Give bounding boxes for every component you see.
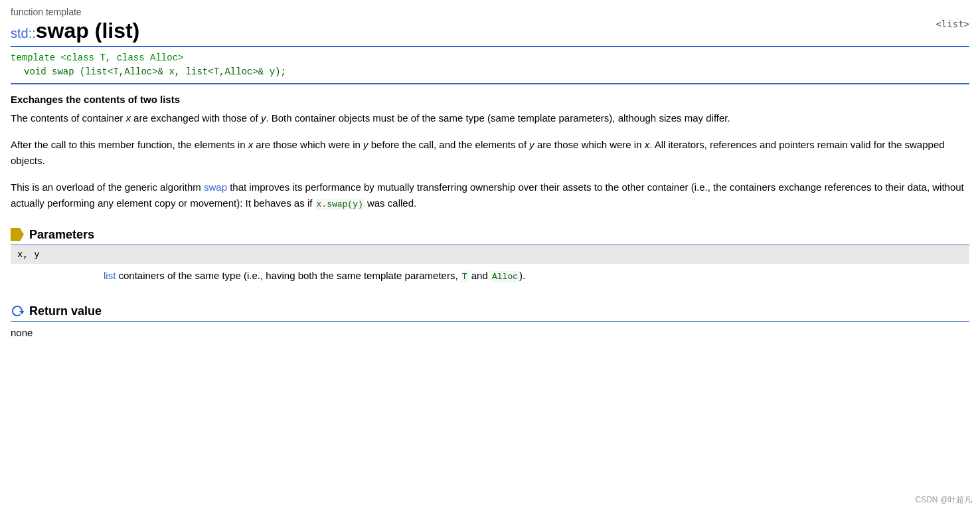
description-para-3: This is an overload of the generic algor… bbox=[11, 179, 969, 212]
table-row: list containers of the same type (i.e., … bbox=[11, 264, 969, 288]
code-keyword-1: template <class T, class Alloc> bbox=[11, 52, 183, 63]
page-title: std::swap (list) bbox=[11, 19, 139, 43]
params-section-title: Parameters bbox=[29, 228, 94, 242]
code-block: template <class T, class Alloc> void swa… bbox=[11, 46, 969, 84]
list-link[interactable]: <list> bbox=[936, 19, 969, 29]
code-line-1: template <class T, class Alloc> bbox=[11, 51, 969, 65]
swap-code-inline: x.swap(y) bbox=[315, 199, 365, 210]
param-code-T: T bbox=[461, 271, 469, 282]
table-row: x, y bbox=[11, 245, 969, 264]
return-value: none bbox=[11, 327, 969, 338]
function-label: function template bbox=[11, 7, 969, 17]
return-icon bbox=[11, 304, 24, 318]
param-desc-empty bbox=[11, 264, 64, 288]
list-param-link[interactable]: list bbox=[104, 270, 116, 281]
return-section: Return value none bbox=[11, 304, 969, 338]
params-icon bbox=[11, 228, 24, 241]
param-name: x, y bbox=[11, 245, 64, 264]
return-section-title: Return value bbox=[29, 304, 102, 318]
param-code-Alloc: Alloc bbox=[491, 271, 519, 282]
swap-link[interactable]: swap bbox=[204, 181, 227, 193]
page-header: std::swap (list) <list> bbox=[11, 19, 969, 43]
description-para-1: The contents of container x are exchange… bbox=[11, 110, 969, 126]
description-para-2: After the call to this member function, … bbox=[11, 137, 969, 169]
section-heading: Exchanges the contents of two lists bbox=[11, 94, 969, 105]
title-main: swap (list) bbox=[36, 19, 139, 43]
params-table: x, y list containers of the same type (i… bbox=[11, 245, 969, 288]
code-line-2: void swap (list<T,Alloc>& x, list<T,Allo… bbox=[11, 65, 969, 79]
svg-marker-0 bbox=[11, 228, 24, 241]
param-desc: list containers of the same type (i.e., … bbox=[64, 264, 969, 288]
title-prefix: std:: bbox=[11, 26, 36, 41]
params-section-header: Parameters bbox=[11, 228, 969, 245]
param-name-empty bbox=[64, 245, 969, 264]
code-type-1: void swap (list<T,Alloc>& x, list<T,Allo… bbox=[24, 66, 286, 77]
return-section-header: Return value bbox=[11, 304, 969, 322]
